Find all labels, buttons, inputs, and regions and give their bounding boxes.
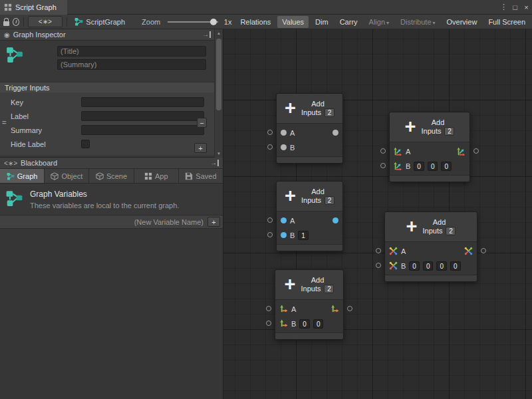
chevron-down-icon: ▾ [433,20,436,26]
node-add-inputs-vector4[interactable]: + Add Inputs 2 A B 0 0 [384,211,477,282]
values-button[interactable]: Values [277,16,309,28]
script-graph-icon [4,3,12,11]
graph-title-input[interactable] [57,46,206,57]
value-field[interactable]: 1 [298,231,309,240]
reorder-handle-icon[interactable]: = [2,118,6,126]
value-field[interactable]: 0 [436,261,447,271]
add-icon: + [405,118,416,135]
input-port-b[interactable] [267,144,273,150]
scroll-down-icon[interactable]: ▼ [215,152,223,156]
input-port-a[interactable] [376,248,381,253]
zoom-slider-handle[interactable] [210,19,217,25]
input-count-field[interactable]: 2 [325,196,334,205]
graph-asset-name: ScriptGraph [86,18,125,26]
window-menu-icon[interactable]: ⋮ [498,3,509,11]
input-count-field[interactable]: 2 [444,127,454,136]
add-variable-button[interactable]: + [207,217,220,227]
inspector-scrollbar[interactable]: ▲ ▼ [214,29,223,158]
value-field[interactable]: 0 [299,319,310,329]
input-port-b[interactable] [267,232,273,237]
value-field[interactable]: 0 [428,162,438,171]
value-field[interactable]: 0 [313,319,324,329]
tab-scene[interactable]: Scene [89,169,134,183]
input-count-field[interactable]: 2 [324,285,334,293]
maximize-icon[interactable]: □ [509,3,521,11]
node-add-inputs-vector3[interactable]: + Add Inputs 2 A B 0 0 [389,112,470,182]
node-add-inputs-float[interactable]: + Add Inputs 2 A B 1 [276,181,343,251]
value-field[interactable]: 0 [441,162,452,171]
node-header: + Add Inputs 2 [385,212,477,241]
node-header: + Add Inputs 2 [277,94,342,123]
input-port-a[interactable] [267,217,273,223]
dock-icon[interactable]: → [210,160,219,166]
node-add-inputs-object[interactable]: + Add Inputs 2 A B [276,93,343,164]
port-row-b: B 1 [281,229,338,241]
overview-button[interactable]: Overview [442,16,482,28]
new-variable-input[interactable] [5,218,203,226]
scrollbar-thumb[interactable] [216,39,221,110]
relations-button[interactable]: Relations [235,16,275,28]
graph-canvas[interactable]: + Add Inputs 2 A B [223,29,532,399]
output-port[interactable] [481,248,486,253]
float-port-icon [332,217,338,223]
input-port-b[interactable] [380,163,386,168]
input-port-a[interactable] [267,130,273,135]
tab-graph[interactable]: Graph [0,169,45,183]
summary-input[interactable] [81,125,204,135]
node-header: + Add Inputs 2 [277,182,342,211]
fullscreen-button[interactable]: Full Screen [483,16,530,28]
vector4-icon [389,261,398,270]
input-count-field[interactable]: 2 [446,227,456,235]
align-dropdown[interactable]: Align▾ [364,16,394,28]
new-variable-row: + [0,215,223,229]
value-field[interactable]: 0 [450,261,461,271]
edit-graph-button[interactable]: <∗> [28,16,62,27]
port-row-b: B 0 0 [279,318,339,329]
window-tab[interactable]: Script Graph [0,0,67,15]
lock-icon[interactable] [2,16,11,28]
scene-cube-icon [96,172,104,180]
value-field[interactable]: 0 [409,261,420,271]
input-port-b[interactable] [376,263,381,268]
graph-variables-title: Graph Variables [30,190,179,199]
input-port-b[interactable] [266,321,271,326]
add-icon: + [285,99,296,116]
scroll-up-icon[interactable]: ▲ [215,31,223,35]
vector3-icon [394,162,402,170]
add-icon: + [406,217,418,235]
distribute-dropdown[interactable]: Distribute▾ [396,16,440,28]
add-trigger-input-button[interactable]: + [194,143,207,153]
dock-icon[interactable]: → [202,31,211,38]
dim-button[interactable]: Dim [311,16,333,28]
graph-variables-section: Graph Variables These variables are loca… [0,184,223,215]
zoom-label: Zoom [142,18,160,26]
graph-summary-input[interactable] [57,59,206,70]
toolbar-separator [23,17,24,27]
input-port-a[interactable] [380,148,386,154]
input-count-field[interactable]: 2 [325,108,334,117]
output-port[interactable] [473,148,479,154]
graph-variables-icon [5,190,23,207]
inspector-icon: ◉ [4,31,10,39]
info-icon[interactable]: i [13,18,19,26]
node-add-inputs-vector2[interactable]: + Add Inputs 2 A B 0 0 [275,269,344,340]
tab-saved[interactable]: Saved [179,169,223,183]
tab-object[interactable]: Object [45,169,89,183]
graph-type-icon [5,46,24,63]
hide-label-checkbox[interactable] [81,140,90,148]
value-field[interactable]: 0 [423,261,434,271]
output-port[interactable] [347,306,352,311]
close-icon[interactable]: × [521,3,532,11]
carry-button[interactable]: Carry [335,16,362,28]
tab-app[interactable]: App [134,169,179,183]
graph-breadcrumb[interactable]: ScriptGraph [74,17,125,26]
label-input[interactable] [81,111,204,121]
blackboard-header: <∗> Blackboard → [0,158,223,169]
remove-trigger-input-button[interactable]: − [197,118,207,128]
key-input[interactable] [81,97,204,107]
summary-label: Summary [11,126,77,134]
value-field[interactable]: 0 [414,162,424,171]
input-port-a[interactable] [266,306,271,311]
zoom-slider[interactable] [168,18,218,26]
object-port-icon [281,144,287,150]
